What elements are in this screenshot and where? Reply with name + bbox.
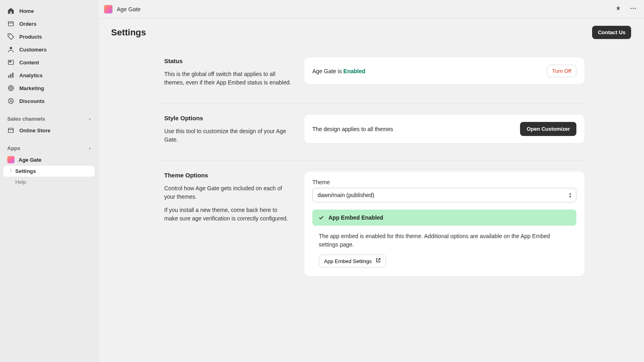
nav-label: Discounts (19, 98, 45, 104)
status-section: Status This is the global off switch tha… (158, 46, 584, 103)
nav-label: Content (19, 60, 39, 66)
sidebar-sub-help[interactable]: Help (3, 177, 95, 187)
svg-point-1 (9, 35, 10, 35)
theme-card: Theme dawn/main (published) ▴▾ App Embed… (304, 172, 584, 276)
nav-label: Orders (19, 21, 37, 27)
sidebar: Home Orders Products Customers Content A… (0, 0, 98, 362)
sidebar-app-age-gate[interactable]: Age Gate (3, 154, 95, 166)
app-embed-banner: App Embed Enabled (312, 210, 576, 226)
embed-desc: The app embed is enabled for this theme.… (312, 232, 576, 249)
nav-products[interactable]: Products (3, 31, 95, 43)
nav-label: Online Store (19, 128, 50, 134)
svg-rect-7 (12, 73, 14, 78)
svg-point-9 (10, 87, 12, 89)
nav-discounts[interactable]: Discounts (3, 95, 95, 107)
banner-text: App Embed Enabled (328, 214, 383, 221)
topbar-title: Age Gate (117, 6, 140, 12)
status-text: Age Gate is Enabled (312, 68, 365, 74)
app-logo-icon (7, 156, 14, 163)
style-section: Style Options Use this tool to customize… (158, 103, 584, 160)
svg-point-12 (633, 8, 634, 9)
theme-select-value: dawn/main (published) (318, 192, 374, 198)
chevron-right-icon: › (89, 116, 91, 122)
style-card: The design applies to all themes Open Cu… (304, 115, 584, 143)
orders-icon (7, 20, 14, 27)
nav-label: Home (19, 8, 34, 14)
status-heading: Status (164, 58, 291, 64)
open-customizer-button[interactable]: Open Customizer (520, 122, 576, 136)
svg-point-11 (630, 8, 632, 9)
app-embed-settings-button[interactable]: App Embed Settings (319, 255, 386, 267)
nav-home[interactable]: Home (3, 5, 95, 17)
app-name-label: Age Gate (19, 157, 41, 163)
theme-desc2: If you install a new theme, come back he… (164, 206, 291, 223)
theme-select-label: Theme (312, 179, 576, 185)
theme-desc1: Control how Age Gate gets included on ea… (164, 184, 291, 201)
discount-icon (7, 97, 14, 105)
tree-line-icon: └ (9, 168, 12, 174)
chevron-right-icon: › (89, 145, 91, 151)
nav-label: Marketing (19, 85, 44, 91)
svg-rect-6 (10, 74, 12, 78)
turn-off-button[interactable]: Turn Off (547, 65, 576, 77)
pin-icon[interactable] (613, 4, 623, 14)
svg-rect-5 (8, 75, 10, 78)
store-icon (7, 127, 14, 134)
status-enabled-value: Enabled (343, 68, 365, 74)
theme-heading: Theme Options (164, 172, 291, 179)
style-card-text: The design applies to all themes (312, 126, 393, 132)
select-chevron-icon: ▴▾ (569, 192, 571, 198)
nav-label: Products (19, 34, 42, 40)
theme-section: Theme Options Control how Age Gate gets … (158, 160, 584, 288)
external-link-icon (376, 258, 381, 264)
main: Age Gate Settings Contact Us Status This… (98, 0, 644, 362)
more-icon[interactable] (628, 3, 638, 15)
app-logo-icon (104, 5, 113, 14)
nav-content[interactable]: Content (3, 56, 95, 68)
analytics-icon (7, 72, 14, 79)
home-icon (7, 7, 14, 14)
status-desc: This is the global off switch that appli… (164, 70, 291, 87)
sub-label: Settings (15, 168, 36, 174)
sales-channels-header[interactable]: Sales channels › (3, 113, 95, 124)
nav-orders[interactable]: Orders (3, 18, 95, 30)
theme-select[interactable]: dawn/main (published) ▴▾ (312, 188, 576, 202)
embed-btn-label: App Embed Settings (324, 258, 372, 264)
nav-online-store[interactable]: Online Store (3, 124, 95, 136)
sub-label: Help (15, 179, 26, 185)
svg-rect-4 (9, 61, 11, 62)
apps-header[interactable]: Apps › (3, 143, 95, 154)
section-label: Sales channels (7, 116, 45, 122)
tag-icon (7, 33, 14, 40)
person-icon (7, 46, 14, 53)
style-desc: Use this tool to customize the design of… (164, 127, 291, 144)
section-label: Apps (7, 145, 21, 151)
svg-point-2 (10, 47, 12, 49)
page-header: Settings Contact Us (98, 19, 644, 46)
sidebar-sub-settings[interactable]: └ Settings (3, 166, 95, 177)
nav-customers[interactable]: Customers (3, 43, 95, 56)
target-icon (7, 84, 14, 92)
style-heading: Style Options (164, 115, 291, 121)
nav-marketing[interactable]: Marketing (3, 82, 95, 94)
nav-analytics[interactable]: Analytics (3, 69, 95, 81)
svg-point-8 (8, 86, 14, 91)
nav-label: Customers (19, 47, 47, 53)
svg-rect-0 (8, 22, 14, 26)
check-icon (318, 214, 324, 221)
topbar: Age Gate (98, 0, 644, 19)
nav-label: Analytics (19, 72, 43, 78)
contact-us-button[interactable]: Contact Us (592, 26, 631, 39)
svg-point-13 (635, 8, 636, 9)
status-card: Age Gate is Enabled Turn Off (304, 58, 584, 84)
page-title: Settings (111, 27, 146, 38)
content-icon (7, 59, 14, 66)
